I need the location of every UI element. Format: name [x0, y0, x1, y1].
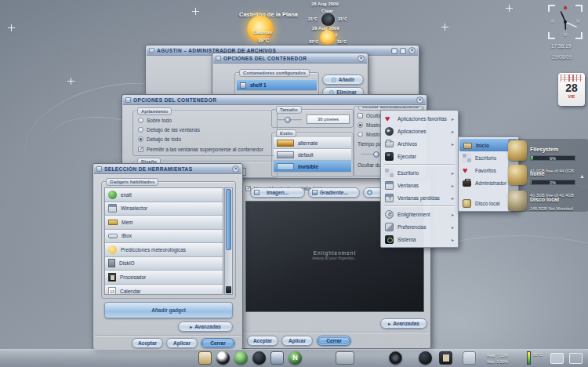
- file-cabinet-icon[interactable]: [336, 351, 354, 365]
- radio-icon[interactable]: [138, 127, 143, 133]
- window-title: SELECCIÓN DE HERRAMIENTAS: [104, 166, 230, 172]
- close-button[interactable]: [232, 165, 239, 173]
- menu-item-run[interactable]: Ejecutar: [381, 150, 458, 162]
- menu-item-lost-windows[interactable]: Ventanas perdidas▸: [381, 191, 458, 204]
- webcam-icon[interactable]: [419, 351, 432, 365]
- size-slider[interactable]: [277, 119, 302, 121]
- gadgets-ok-button[interactable]: Aceptar: [132, 338, 163, 348]
- calendar-gadget[interactable]: 28 VIE: [558, 73, 585, 106]
- gadgets-apply-button[interactable]: Aplicar: [166, 338, 198, 348]
- gradient-label: Gradiente...: [320, 190, 348, 195]
- penguin-launcher-icon[interactable]: [216, 351, 230, 365]
- menu-item-preferences[interactable]: Preferencias▸: [381, 220, 458, 233]
- wallpaper-advanced-button[interactable]: ▸ Avanzadas: [380, 318, 427, 329]
- close-button[interactable]: [416, 96, 423, 104]
- shelf-list-window[interactable]: OPCIONES DEL CONTENEDOR Contenedores con…: [212, 53, 368, 98]
- image-viewer-launcher-icon[interactable]: [270, 351, 284, 365]
- gadgets-titlebar[interactable]: SELECCIÓN DE HERRAMIENTAS: [94, 165, 241, 174]
- gadget-row-cpu[interactable]: Procesador: [105, 271, 223, 285]
- pager-desktop-2[interactable]: [569, 353, 583, 364]
- sparkle: [506, 5, 513, 12]
- radio-icon[interactable]: [138, 136, 143, 142]
- menu-item-enlightenment[interactable]: Enlightenment▸: [381, 208, 458, 220]
- scrollbar-thumb[interactable]: [226, 189, 231, 250]
- radio-icon[interactable]: [138, 118, 143, 123]
- wallpaper-close-button[interactable]: Cerrar: [317, 336, 351, 346]
- gadget-row-weather[interactable]: Predicciones meteorológicas: [105, 243, 223, 257]
- web-browser-launcher-icon[interactable]: [234, 351, 248, 365]
- gadgets-window[interactable]: SELECCIÓN DE HERRAMIENTAS Gadgets habili…: [93, 163, 243, 350]
- shelf-config-titlebar[interactable]: OPCIONES DEL CONTENEDOR: [123, 96, 426, 105]
- menu-item-applications[interactable]: Aplicaciones▸: [381, 125, 458, 137]
- checkbox-icon[interactable]: [358, 113, 363, 118]
- wallpaper-apply-button[interactable]: Aplicar: [281, 336, 313, 346]
- menu-item-desktop[interactable]: Escritorio▸: [381, 166, 458, 179]
- gadget-row-ibox[interactable]: IBox: [105, 230, 223, 244]
- picture-icon: [254, 190, 260, 195]
- scrollbar-down-arrow[interactable]: [226, 286, 231, 293]
- add-gadget-button[interactable]: Añadir gadget: [104, 302, 233, 318]
- window-title: OPCIONES DEL CONTENEDOR: [223, 56, 355, 61]
- window-icon: [216, 56, 221, 61]
- eject-icon[interactable]: ▲: [579, 173, 586, 180]
- netscape-launcher-icon[interactable]: N: [289, 351, 302, 365]
- close-button[interactable]: [358, 55, 365, 62]
- checkbox-icon[interactable]: [138, 147, 143, 152]
- minimize-button[interactable]: [391, 48, 397, 54]
- usage-bar: 6%: [530, 155, 575, 161]
- maximize-button[interactable]: [400, 48, 406, 54]
- shelf-list-item[interactable]: shelf 1: [237, 80, 317, 91]
- gadgets-advanced-button[interactable]: ▸ Avanzadas: [178, 322, 233, 332]
- gadgets-close-button[interactable]: Cerrar: [201, 338, 235, 348]
- shelf-icon: [240, 82, 246, 89]
- wallpaper-ok-button[interactable]: Aceptar: [247, 336, 278, 346]
- clock-gadget[interactable]: III VI IX 17:56:19 29/08/09: [547, 5, 583, 66]
- size-value[interactable]: 36 pixeles: [307, 114, 350, 124]
- window-title: OPCIONES DEL CONTENEDOR: [133, 97, 414, 103]
- slider-knob[interactable]: [285, 117, 291, 123]
- pager-desktop-1[interactable]: [550, 353, 564, 364]
- settings-icon: [385, 223, 394, 231]
- cpu-monitor-icon[interactable]: [439, 351, 452, 365]
- gadget-row-exalt[interactable]: exalt: [105, 188, 223, 202]
- drive-detail: 146.5GB Not Mounted: [530, 206, 588, 211]
- gadget-row-winselector[interactable]: Winselector: [105, 202, 223, 216]
- allow-overlap-option[interactable]: Permitir a las ventanas superponerse al …: [138, 144, 276, 154]
- ibox-icon[interactable]: [463, 351, 476, 365]
- radio-icon[interactable]: [358, 122, 363, 128]
- weather-gadget[interactable]: Castellón de la Plana Caluroso 39°C 28 A…: [223, 0, 392, 49]
- gadget-list-scrollbar[interactable]: [224, 187, 233, 295]
- window-icon: [149, 48, 154, 53]
- gadget-row-calendar[interactable]: 13 Calendar: [105, 285, 223, 296]
- add-shelf-button[interactable]: Añadir: [322, 74, 364, 85]
- style-frame: Estilo alternate default invisible: [271, 133, 354, 177]
- home-launcher-icon[interactable]: [198, 351, 212, 365]
- drive-local-disk[interactable]: Disco local 146.5GB Not Mounted: [508, 191, 588, 211]
- radio-icon[interactable]: [358, 132, 363, 137]
- picture-button[interactable]: Imagen...: [250, 187, 305, 198]
- divider: [238, 332, 429, 332]
- style-option-default[interactable]: default: [274, 149, 351, 161]
- ibox-icon: [108, 234, 118, 238]
- forecast-high: 31°C: [337, 39, 347, 44]
- plus-icon: [332, 78, 336, 82]
- menu-item-windows[interactable]: Ventanas▸: [381, 179, 458, 191]
- media-player-launcher-icon[interactable]: [252, 351, 266, 365]
- calendar-icon: 13: [108, 287, 116, 295]
- gradient-button[interactable]: Gradiente...: [308, 187, 360, 198]
- menu-item-files[interactable]: Archivos▸: [381, 137, 458, 150]
- gadget-row-mem[interactable]: Mem: [105, 216, 223, 230]
- slider-knob[interactable]: [373, 151, 379, 158]
- shelf-list-titlebar[interactable]: OPCIONES DEL CONTENEDOR: [213, 54, 367, 64]
- stacking-option-below-everything[interactable]: Debajo de todo: [138, 134, 181, 144]
- close-button[interactable]: [408, 47, 416, 54]
- style-option-alternate[interactable]: alternate: [274, 137, 351, 149]
- size-frame: Tamaño 36 pixeles: [271, 109, 354, 128]
- record-icon[interactable]: [389, 351, 402, 365]
- gadget-row-diskio[interactable]: DiskIO: [105, 257, 223, 271]
- stacking-option-above[interactable]: Sobre todo: [138, 115, 172, 125]
- menu-item-favorite-apps[interactable]: Aplicaciones favoritas▸: [381, 112, 458, 125]
- menu-item-system[interactable]: Sistema▸: [381, 233, 458, 245]
- style-option-invisible[interactable]: invisible: [274, 161, 351, 173]
- stacking-option-below-windows[interactable]: Debajo de las ventanas: [138, 125, 200, 134]
